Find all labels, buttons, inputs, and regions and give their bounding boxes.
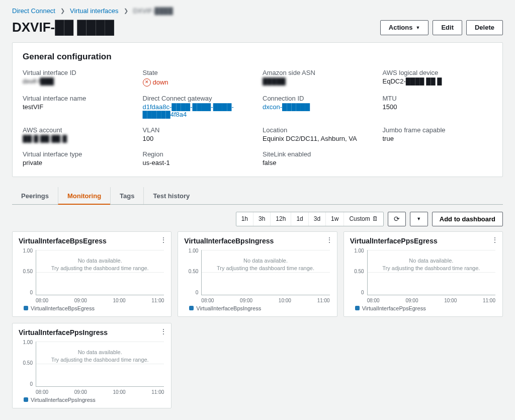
value-link[interactable]: dxcon-██████ xyxy=(263,103,373,111)
value: 1500 xyxy=(383,103,493,111)
add-to-dashboard-button[interactable]: Add to dashboard xyxy=(432,212,503,226)
caret-down-icon: ▼ xyxy=(416,216,421,221)
label: AWS account xyxy=(23,126,133,134)
x-tick: 09:00 xyxy=(74,389,87,395)
chart-menu-button[interactable]: ⋮ xyxy=(491,236,498,244)
chart-title: VirtualInterfacePpsIngress xyxy=(19,328,165,337)
chart-menu-button[interactable]: ⋮ xyxy=(326,236,333,244)
field-aws-logical-device: AWS logical device EqDC2-████ ██ █ xyxy=(383,69,493,87)
time-custom-label: Custom xyxy=(349,215,370,222)
label: State xyxy=(143,69,253,76)
legend-label: VirtualInterfacePpsEgress xyxy=(362,305,426,311)
legend-swatch xyxy=(24,397,28,402)
value: EqDC2-████ ██ █ xyxy=(383,77,493,85)
tab-test-history[interactable]: Test history xyxy=(143,187,199,204)
y-tick: 0 xyxy=(184,290,198,295)
time-12h[interactable]: 12h xyxy=(271,212,291,226)
time-3h[interactable]: 3h xyxy=(253,212,271,226)
legend-label: VirtualInterfaceBpsIngress xyxy=(196,305,261,311)
time-1w[interactable]: 1w xyxy=(326,212,344,226)
no-data-message: No data available.Try adjusting the dash… xyxy=(36,257,164,273)
chart-legend: VirtualInterfacePpsEgress xyxy=(355,305,496,311)
actions-label: Actions xyxy=(389,23,413,32)
value: ██ █ ██ ██ █ xyxy=(23,135,133,142)
y-tick: 0.50 xyxy=(19,269,33,274)
chart-legend: VirtualInterfaceBpsEgress xyxy=(24,305,165,311)
chart-title: VirtualInterfacePpsEgress xyxy=(350,237,496,245)
general-configuration-panel: General configuration Virtual interface … xyxy=(12,42,503,177)
x-tick: 09:00 xyxy=(240,298,252,303)
x-tick: 10:00 xyxy=(113,298,126,303)
caret-down-icon: ▼ xyxy=(415,23,420,32)
tab-peerings[interactable]: Peerings xyxy=(12,187,58,204)
field-virtual-interface-type: Virtual interface type private xyxy=(23,150,133,166)
field-jumbo-frame-capable: Jumbo frame capable true xyxy=(383,126,493,142)
chevron-right-icon: ❯ xyxy=(60,8,65,14)
chart-menu-button[interactable]: ⋮ xyxy=(160,236,167,244)
tab-monitoring[interactable]: Monitoring xyxy=(58,187,110,205)
value: true xyxy=(383,135,493,142)
chart-card: VirtualInterfacePpsIngress⋮1.000.500No d… xyxy=(12,323,171,408)
no-data-message: No data available.Try adjusting the dash… xyxy=(201,257,329,273)
edit-button[interactable]: Edit xyxy=(433,20,462,35)
y-tick: 0 xyxy=(350,290,364,295)
label: Amazon side ASN xyxy=(263,69,373,76)
delete-button[interactable]: Delete xyxy=(466,20,503,35)
y-tick: 1.00 xyxy=(350,248,364,254)
label: Location xyxy=(263,126,373,134)
actions-button[interactable]: Actions ▼ xyxy=(380,20,429,35)
field-virtual-interface-name: Virtual interface name testVIF xyxy=(23,95,133,118)
x-tick: 08:00 xyxy=(36,389,48,395)
y-tick: 0.50 xyxy=(350,269,364,274)
error-circle-icon: ✕ xyxy=(143,78,151,87)
value: ✕ down xyxy=(143,78,168,87)
chevron-right-icon: ❯ xyxy=(124,8,128,14)
x-tick: 11:00 xyxy=(483,298,495,303)
chart-legend: VirtualInterfaceBpsIngress xyxy=(189,305,330,311)
calendar-icon: 🗓 xyxy=(372,215,378,222)
time-custom[interactable]: Custom 🗓 xyxy=(344,212,383,226)
more-options-button[interactable]: ▼ xyxy=(410,212,428,226)
value: dxvif-f███ xyxy=(23,77,133,85)
breadcrumb-virtual-interfaces[interactable]: Virtual interfaces xyxy=(70,7,119,15)
refresh-button[interactable]: ⟳ xyxy=(388,212,406,226)
no-data-message: No data available.Try adjusting the dash… xyxy=(367,257,495,273)
value: private xyxy=(23,159,133,166)
chart-title: VirtualInterfaceBpsIngress xyxy=(184,237,330,245)
x-tick: 10:00 xyxy=(279,298,291,303)
field-virtual-interface-id: Virtual interface ID dxvif-f███ xyxy=(23,69,133,87)
time-1h[interactable]: 1h xyxy=(236,212,253,226)
time-3d[interactable]: 3d xyxy=(309,212,326,226)
breadcrumb-current: DXVIF-████ xyxy=(133,7,173,15)
x-tick: 08:00 xyxy=(367,298,380,303)
legend-label: VirtualInterfaceBpsEgress xyxy=(31,305,95,311)
value: Equinix DC2/DC11, Ashburn, VA xyxy=(263,135,373,142)
label: VLAN xyxy=(143,126,253,134)
field-vlan: VLAN 100 xyxy=(143,126,253,142)
chart-menu-button[interactable]: ⋮ xyxy=(160,327,167,335)
tabs: Peerings Monitoring Tags Test history xyxy=(12,187,503,205)
field-location: Location Equinix DC2/DC11, Ashburn, VA xyxy=(263,126,373,142)
value-link[interactable]: d1fdaa8c-████-████-████-██████4f8a4 xyxy=(143,103,253,118)
chart-card: VirtualInterfaceBpsEgress⋮1.000.500No da… xyxy=(12,231,171,317)
legend-swatch xyxy=(355,306,360,310)
breadcrumb-root[interactable]: Direct Connect xyxy=(12,7,55,15)
label: Region xyxy=(143,150,253,158)
page-title: DXVIF-██ ████ xyxy=(12,20,114,35)
tab-tags[interactable]: Tags xyxy=(110,187,143,204)
field-direct-connect-gateway: Direct Connect gateway d1fdaa8c-████-███… xyxy=(143,95,253,118)
label: Connection ID xyxy=(263,95,373,102)
field-connection-id: Connection ID dxcon-██████ xyxy=(263,95,373,118)
x-tick: 09:00 xyxy=(405,298,418,303)
chart-card: VirtualInterfaceBpsIngress⋮1.000.500No d… xyxy=(178,231,337,317)
label: Jumbo frame capable xyxy=(383,126,493,134)
y-tick: 0.50 xyxy=(19,360,33,366)
y-tick: 1.00 xyxy=(19,248,33,254)
x-tick: 10:00 xyxy=(113,389,126,395)
y-tick: 0.50 xyxy=(184,269,198,274)
time-1d[interactable]: 1d xyxy=(291,212,308,226)
section-title: General configuration xyxy=(23,52,492,62)
legend-label: VirtualInterfacePpsIngress xyxy=(31,397,96,403)
refresh-icon: ⟳ xyxy=(394,215,400,223)
chart-card: VirtualInterfacePpsEgress⋮1.000.500No da… xyxy=(344,231,503,317)
